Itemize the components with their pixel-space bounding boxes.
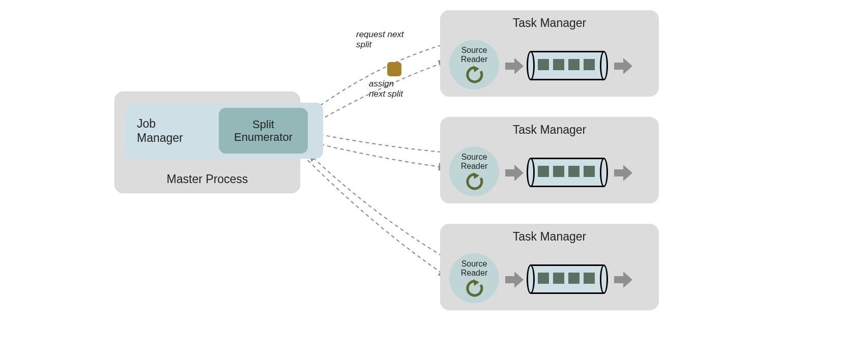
flow-arrow-icon — [505, 271, 524, 289]
queue-item — [538, 166, 549, 177]
task-manager-box: Task ManagerSource Reader — [440, 224, 659, 310]
source-reader-label: Source Reader — [461, 259, 487, 277]
source-reader-label: Source Reader — [461, 46, 487, 64]
task-manager-box: Task ManagerSource Reader — [440, 10, 659, 97]
flow-arrow-icon — [614, 164, 632, 182]
queue-cylinder — [527, 51, 608, 80]
queue-item — [553, 166, 564, 177]
split-enumerator-label: Split Enumerator — [234, 118, 293, 144]
flow-arrow-icon — [614, 271, 632, 289]
queue-item — [553, 59, 564, 70]
queue-item — [584, 273, 595, 284]
source-reader-circle: Source Reader — [449, 146, 499, 196]
refresh-icon — [464, 279, 484, 298]
queue-item — [538, 273, 549, 284]
flow-arrow-icon — [614, 57, 632, 75]
master-process-label: Master Process — [114, 172, 300, 186]
queue-item — [553, 273, 564, 284]
task-manager-title: Task Manager — [440, 230, 659, 244]
job-manager-box: Job Manager Split Enumerator — [125, 103, 323, 159]
master-process-box: Job Manager Split Enumerator Master Proc… — [114, 92, 300, 193]
label-assign-next-split: assign next split — [369, 79, 403, 100]
queue-item — [568, 59, 580, 70]
flow-arrow-icon — [505, 57, 524, 75]
queue-cylinder — [527, 158, 608, 187]
architecture-diagram: Job Manager Split Enumerator Master Proc… — [0, 0, 868, 356]
queue-item — [584, 166, 595, 177]
queue-cylinder — [527, 264, 608, 294]
job-manager-label: Job Manager — [137, 117, 183, 145]
task-manager-title: Task Manager — [440, 16, 659, 30]
source-reader-circle: Source Reader — [449, 253, 499, 303]
queue-item — [538, 59, 549, 70]
flow-arrow-icon — [505, 164, 524, 182]
split-enumerator-box: Split Enumerator — [219, 108, 308, 154]
source-reader-circle: Source Reader — [449, 40, 499, 90]
refresh-icon — [464, 66, 484, 84]
task-manager-box: Task ManagerSource Reader — [440, 117, 659, 203]
queue-item — [568, 166, 580, 177]
label-request-next-split: request next split — [356, 29, 404, 50]
task-manager-title: Task Manager — [440, 123, 659, 137]
queue-item — [584, 59, 595, 70]
queue-item — [568, 273, 580, 284]
assign-payload-icon — [387, 62, 401, 76]
source-reader-label: Source Reader — [461, 153, 487, 170]
refresh-icon — [464, 172, 484, 191]
